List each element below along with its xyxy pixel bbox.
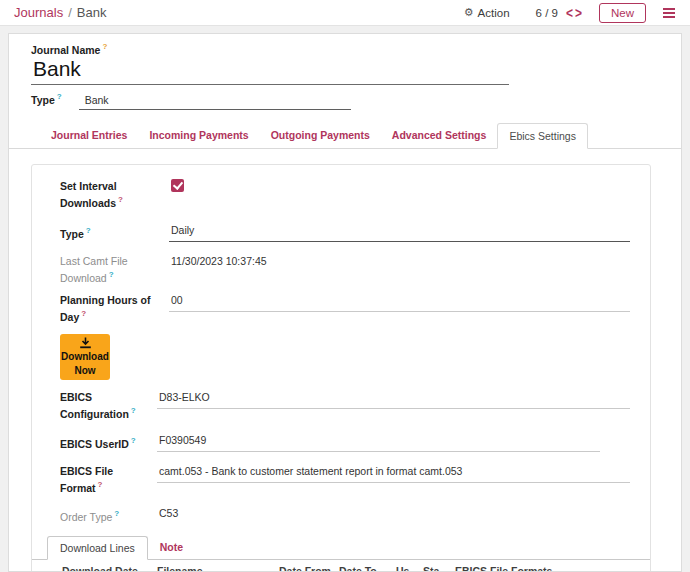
planning-hours-input[interactable]: 00	[169, 292, 630, 312]
pager-arrows: < >	[565, 7, 583, 19]
interval-type-label-text: Type	[60, 228, 84, 240]
tab-ebics-settings[interactable]: Ebics Settings	[497, 123, 588, 149]
ebics-settings-pane: Set Interval Downloads? Type? Daily Last…	[31, 164, 651, 572]
journal-type-input[interactable]: Bank	[79, 92, 351, 110]
control-panel-right: ⚙ Action 6 / 9 < > New	[464, 3, 677, 23]
column-header-download-date[interactable]: Download Date	[40, 560, 157, 572]
planning-hours-label: Planning Hours of Day?	[60, 292, 157, 324]
interval-type-row: Type? Daily	[60, 222, 630, 242]
breadcrumb: Journals / Bank	[14, 5, 106, 20]
tab-incoming-payments[interactable]: Incoming Payments	[138, 123, 259, 148]
interval-type-label: Type?	[60, 222, 157, 241]
ebics-file-format-row: EBICS File Format? camt.053 - Bank to cu…	[60, 463, 630, 495]
column-header-actions	[604, 560, 650, 572]
journal-name-input[interactable]: Bank	[31, 56, 509, 84]
ebics-form-area: Set Interval Downloads? Type? Daily Last…	[32, 178, 650, 525]
order-type-row: Order Type? C53	[60, 505, 630, 524]
last-camt-label-text: Last Camt File Download	[60, 255, 128, 284]
breadcrumb-separator: /	[68, 5, 72, 20]
journal-name-help-icon[interactable]: ?	[102, 42, 107, 51]
order-type-label: Order Type?	[60, 505, 157, 524]
tab-outgoing-payments[interactable]: Outgoing Payments	[260, 123, 381, 148]
interval-type-help-icon[interactable]: ?	[86, 226, 91, 235]
app-window: Journals / Bank ⚙ Action 6 / 9 < > New	[0, 0, 690, 572]
ebics-configuration-row: EBICS Configuration? D83-ELKO	[60, 389, 630, 421]
tab-advanced-settings[interactable]: Advanced Settings	[381, 123, 498, 148]
download-now-line1: Download	[61, 351, 109, 363]
ebics-userid-row: EBICS UserID? F0390549	[60, 432, 630, 452]
set-interval-label-text: Set Interval Downloads	[60, 180, 117, 209]
journal-header-form: Journal Name? Bank Type? Bank	[9, 34, 681, 110]
download-icon	[79, 337, 92, 349]
planning-hours-label-text: Planning Hours of Day	[60, 294, 150, 323]
notebook-tabs: Journal Entries Incoming Payments Outgoi…	[9, 123, 681, 149]
download-now-line2: Now	[74, 365, 95, 377]
column-header-filename[interactable]: Filename	[157, 560, 279, 572]
subtab-note[interactable]: Note	[148, 536, 195, 559]
column-header-state[interactable]: Sta...	[423, 560, 455, 572]
hamburger-menu-icon[interactable]	[661, 6, 677, 20]
sheet-background: Journal Name? Bank Type? Bank Journal En…	[0, 26, 690, 572]
order-type-label-text: Order Type	[60, 511, 112, 523]
column-header-date-to[interactable]: Date To	[339, 560, 396, 572]
journal-type-help-icon[interactable]: ?	[57, 92, 62, 101]
pager-counter: 6 / 9	[536, 7, 558, 19]
journal-name-label: Journal Name?	[31, 42, 659, 56]
tab-journal-entries[interactable]: Journal Entries	[40, 123, 138, 148]
ebics-userid-help-icon[interactable]: ?	[131, 436, 136, 445]
set-interval-help-icon[interactable]: ?	[118, 195, 123, 204]
ebics-configuration-label: EBICS Configuration?	[60, 389, 157, 421]
column-header-file-formats[interactable]: EBICS File Formats	[455, 560, 604, 572]
last-camt-row: Last Camt File Download? 11/30/2023 10:3…	[60, 253, 630, 285]
sub-notebook-tabs: Download Lines Note	[32, 536, 650, 560]
gear-icon: ⚙	[464, 7, 474, 18]
pager: 6 / 9 < >	[536, 7, 583, 19]
ebics-file-format-help-icon[interactable]: ?	[98, 480, 103, 489]
set-interval-checkbox[interactable]	[171, 179, 184, 192]
journal-name-field-wrap: Bank	[31, 56, 509, 85]
ebics-configuration-help-icon[interactable]: ?	[131, 406, 136, 415]
set-interval-row: Set Interval Downloads?	[60, 178, 630, 210]
journal-type-label: Type?	[31, 92, 62, 106]
journal-form-sheet: Journal Name? Bank Type? Bank Journal En…	[8, 33, 682, 572]
ebics-file-format-label-text: EBICS File Format	[60, 465, 113, 494]
journal-name-label-text: Journal Name	[31, 44, 100, 56]
table-header-row: Download Date Filename Date From Date To…	[40, 560, 650, 572]
ebics-file-format-label: EBICS File Format?	[60, 463, 157, 495]
order-type-help-icon[interactable]: ?	[114, 509, 119, 518]
planning-hours-help-icon[interactable]: ?	[81, 309, 86, 318]
subtab-download-lines[interactable]: Download Lines	[47, 536, 148, 560]
chevron-left-icon[interactable]: <	[565, 6, 574, 20]
new-button[interactable]: New	[599, 3, 646, 23]
order-type-value: C53	[157, 505, 630, 524]
journal-type-label-text: Type	[31, 93, 55, 105]
breadcrumb-current: Bank	[77, 5, 107, 20]
chevron-right-icon[interactable]: >	[574, 6, 583, 20]
action-menu-button[interactable]: ⚙ Action	[464, 7, 510, 19]
ebics-userid-input[interactable]: F0390549	[157, 432, 600, 452]
download-lines-table: Download Date Filename Date From Date To…	[40, 560, 650, 572]
column-header-user[interactable]: Us...	[396, 560, 423, 572]
planning-hours-row: Planning Hours of Day? 00	[60, 292, 630, 324]
set-interval-label: Set Interval Downloads?	[60, 178, 157, 210]
ebics-file-format-input[interactable]: camt.053 - Bank to customer statement re…	[157, 463, 630, 483]
interval-type-select[interactable]: Daily	[169, 222, 630, 242]
breadcrumb-journals-link[interactable]: Journals	[14, 5, 63, 20]
ebics-userid-label-text: EBICS UserID	[60, 437, 129, 449]
control-panel: Journals / Bank ⚙ Action 6 / 9 < > New	[0, 0, 690, 26]
last-camt-value: 11/30/2023 10:37:45	[169, 253, 630, 272]
last-camt-label: Last Camt File Download?	[60, 253, 157, 285]
journal-type-row: Type? Bank	[31, 92, 659, 110]
download-now-button[interactable]: Download Now	[60, 334, 110, 380]
action-menu-label: Action	[478, 7, 510, 19]
ebics-configuration-input[interactable]: D83-ELKO	[157, 389, 630, 409]
ebics-userid-label: EBICS UserID?	[60, 432, 157, 451]
column-header-date-from[interactable]: Date From	[279, 560, 339, 572]
ebics-configuration-label-text: EBICS Configuration	[60, 391, 129, 420]
last-camt-help-icon[interactable]: ?	[109, 270, 114, 279]
